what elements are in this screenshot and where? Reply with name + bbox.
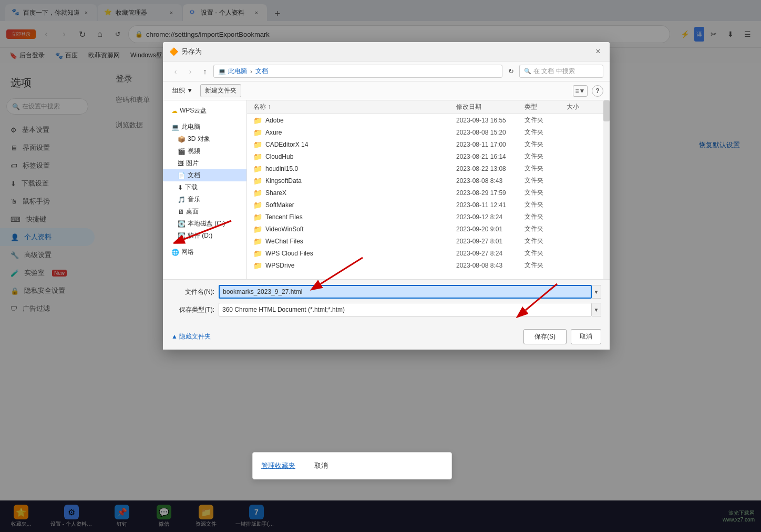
file-date-wechat: 2023-09-27 8:01: [456, 238, 525, 245]
file-type-houdini: 文件夹: [525, 164, 567, 173]
manage-bookmarks-link[interactable]: 管理收藏夹: [261, 461, 295, 470]
tree-network[interactable]: 🌐 网络: [163, 246, 246, 258]
path-segment-documents[interactable]: 文档: [255, 67, 268, 76]
file-date-kingsoft: 2023-08-08 8:43: [456, 177, 525, 185]
dialog-title: 🔶 另存为: [169, 47, 593, 56]
tree-downloads[interactable]: ⬇ 下载: [163, 181, 246, 193]
tree-label-documents: 文档: [188, 171, 200, 180]
tree-label-disk-c: 本地磁盘 (C:): [188, 219, 225, 228]
file-date-videowinsoft: 2023-09-20 9:01: [456, 226, 525, 233]
tree-music[interactable]: 🎵 音乐: [163, 193, 246, 206]
file-name-softmaker: SoftMaker: [265, 201, 456, 209]
file-item-kingsoft[interactable]: 📁 KingsoftData 2023-08-08 8:43 文件夹: [247, 175, 610, 187]
col-header-type[interactable]: 类型: [525, 103, 567, 111]
organize-button[interactable]: 组织 ▼: [169, 85, 196, 97]
new-folder-button[interactable]: 新建文件夹: [200, 84, 241, 97]
file-item-houdini[interactable]: 📁 houdini15.0 2023-08-22 13:08 文件夹: [247, 162, 610, 175]
disk-d-icon: 💽: [178, 232, 186, 240]
pictures-icon: 🖼: [178, 160, 184, 167]
filetype-value: 360 Chrome HTML Document (*.html;*.htm): [222, 306, 345, 313]
tree-video[interactable]: 🎬 视频: [163, 145, 246, 157]
file-item-tencent[interactable]: 📁 Tencent Files 2023-09-12 8:24 文件夹: [247, 211, 610, 223]
file-type-softmaker: 文件夹: [525, 200, 567, 209]
documents-icon: 📄: [178, 172, 186, 179]
file-type-sharex: 文件夹: [525, 188, 567, 197]
save-button[interactable]: 保存(S): [523, 329, 567, 344]
save-as-dialog: 🔶 另存为 × ‹ › ↑ 💻 此电脑 › 文档 ↻ 🔍 在 文档 中搜索 组织…: [163, 42, 610, 350]
file-name-wechat: WeChat Files: [265, 238, 456, 245]
file-type-axure: 文件夹: [525, 128, 567, 137]
nav-forward-dialog[interactable]: ›: [184, 65, 197, 78]
folder-icon-wps-cloud: 📁: [253, 249, 262, 258]
file-item-cad[interactable]: 📁 CADEditorX 14 2023-08-11 17:00 文件夹: [247, 138, 610, 150]
file-item-cloudhub[interactable]: 📁 CloudHub 2023-08-21 16:14 文件夹: [247, 150, 610, 162]
wps-cloud-icon: ☁: [171, 107, 178, 115]
tree-label-3d: 3D 对象: [188, 135, 210, 144]
file-name-kingsoft: KingsoftData: [265, 177, 456, 185]
filetype-row: 保存类型(T): 360 Chrome HTML Document (*.htm…: [171, 303, 601, 316]
filename-dropdown[interactable]: ▼: [592, 285, 601, 299]
hide-folder-label: ▲ 隐藏文件夹: [171, 332, 211, 341]
file-type-wps-cloud: 文件夹: [525, 249, 567, 258]
file-item-axure[interactable]: 📁 Axure 2023-08-08 15:20 文件夹: [247, 126, 610, 138]
file-date-adobe: 2023-09-13 16:55: [456, 117, 525, 124]
file-item-wechat[interactable]: 📁 WeChat Files 2023-09-27 8:01 文件夹: [247, 235, 610, 247]
path-segment-computer[interactable]: 此电脑: [228, 67, 247, 76]
file-item-wpsdrive[interactable]: 📁 WPSDrive 2023-08-08 8:43 文件夹: [247, 259, 610, 271]
tree-3d[interactable]: 📦 3D 对象: [163, 133, 246, 145]
nav-up-dialog[interactable]: ↑: [199, 65, 211, 78]
file-name-sharex: ShareX: [265, 189, 456, 197]
dialog-refresh[interactable]: ↻: [505, 65, 517, 78]
manage-bookmarks-popup: 管理收藏夹 取消: [252, 452, 452, 479]
file-item-wps-cloud[interactable]: 📁 WPS Cloud Files 2023-09-27 8:24 文件夹: [247, 247, 610, 259]
tree-this-pc[interactable]: 💻 此电脑: [163, 121, 246, 133]
path-computer-icon: 💻: [218, 68, 226, 75]
file-date-sharex: 2023-08-29 17:59: [456, 189, 525, 197]
dialog-nav: ‹ › ↑ 💻 此电脑 › 文档 ↻ 🔍 在 文档 中搜索: [163, 62, 610, 81]
tree-label-wps: WPS云盘: [180, 106, 207, 115]
folder-icon-sharex: 📁: [253, 189, 262, 197]
dialog-title-text: 另存为: [181, 47, 202, 56]
tree-desktop[interactable]: 🖥 桌面: [163, 206, 246, 218]
tree-disk-d[interactable]: 💽 软件 (D:): [163, 230, 246, 242]
file-name-axure: Axure: [265, 129, 456, 136]
file-date-tencent: 2023-09-12 8:24: [456, 213, 525, 221]
tree-label-video: 视频: [188, 147, 200, 156]
file-list-header: 名称 ↑ 修改日期 类型 大小: [247, 100, 610, 114]
file-item-videowinsoft[interactable]: 📁 VideoWinSoft 2023-09-20 9:01 文件夹: [247, 223, 610, 235]
dialog-footer: 文件名(N): ▼ 保存类型(T): 360 Chrome HTML Docum…: [163, 279, 610, 326]
dialog-close-button[interactable]: ×: [593, 46, 603, 57]
scrollbar[interactable]: [603, 100, 610, 279]
tree-wps-cloud[interactable]: ☁ WPS云盘: [163, 105, 246, 117]
tree-documents[interactable]: 📄 文档: [163, 169, 246, 181]
filetype-select[interactable]: 360 Chrome HTML Document (*.html;*.htm): [219, 303, 592, 316]
nav-back-dialog[interactable]: ‹: [169, 65, 182, 78]
tree-label-downloads: 下载: [185, 183, 198, 192]
file-item-sharex[interactable]: 📁 ShareX 2023-08-29 17:59 文件夹: [247, 187, 610, 199]
folder-icon-wpsdrive: 📁: [253, 261, 262, 270]
col-header-size[interactable]: 大小: [567, 103, 603, 111]
filename-input[interactable]: [219, 285, 592, 299]
dialog-search[interactable]: 🔍 在 文档 中搜索: [519, 65, 603, 78]
hide-folder-toggle[interactable]: ▲ 隐藏文件夹: [171, 332, 211, 341]
col-header-name[interactable]: 名称 ↑: [253, 103, 456, 111]
tree-pictures[interactable]: 🖼 图片: [163, 157, 246, 169]
file-type-kingsoft: 文件夹: [525, 176, 567, 185]
filetype-dropdown[interactable]: ▼: [592, 303, 601, 316]
file-item-softmaker[interactable]: 📁 SoftMaker 2023-08-11 12:41 文件夹: [247, 199, 610, 211]
view-toggle-button[interactable]: ≡▼: [573, 85, 588, 97]
tree-label-thispc: 此电脑: [181, 122, 200, 131]
col-header-date[interactable]: 修改日期: [456, 103, 525, 111]
tree-disk-c[interactable]: 💽 本地磁盘 (C:): [163, 218, 246, 230]
folder-icon-videowinsoft: 📁: [253, 225, 262, 233]
filetype-label: 保存类型(T):: [171, 305, 219, 314]
file-item-adobe[interactable]: 📁 Adobe 2023-09-13 16:55 文件夹: [247, 114, 610, 126]
file-type-cloudhub: 文件夹: [525, 152, 567, 161]
folder-icon-adobe: 📁: [253, 116, 262, 125]
popup-cancel-button[interactable]: 取消: [314, 461, 328, 470]
cancel-button-dialog[interactable]: 取消: [571, 329, 601, 344]
help-button[interactable]: ?: [592, 85, 603, 97]
disk-c-icon: 💽: [178, 220, 186, 228]
downloads-icon: ⬇: [178, 184, 183, 191]
scroll-thumb[interactable]: [603, 100, 610, 121]
